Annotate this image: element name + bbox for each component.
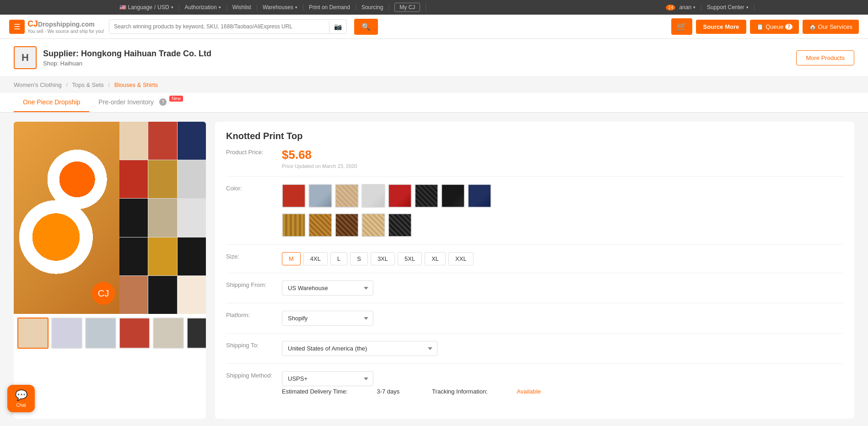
search-button[interactable]: 🔍 bbox=[354, 19, 378, 35]
product-image-mockup: CJ bbox=[14, 122, 206, 314]
search-input[interactable] bbox=[109, 20, 329, 33]
color-swatch-5[interactable] bbox=[388, 184, 412, 208]
tracking-value: Available bbox=[517, 388, 541, 395]
breadcrumb-item-womens-clothing[interactable]: Women's Clothing bbox=[14, 81, 62, 88]
size-btn-XXL[interactable]: XXL bbox=[448, 252, 474, 265]
size-btn-5XL[interactable]: 5XL bbox=[398, 252, 422, 265]
thumbnail-2[interactable] bbox=[51, 318, 82, 349]
language-selector[interactable]: 🇺🇸 Language / USD ▾ bbox=[114, 4, 179, 11]
thumbnail-3[interactable] bbox=[85, 318, 116, 349]
print-on-demand-link[interactable]: Print on Demand bbox=[303, 4, 356, 11]
source-more-button[interactable]: Source More bbox=[696, 20, 747, 34]
tab-one-piece-dropship[interactable]: One Piece Dropship bbox=[14, 93, 89, 112]
logo-domain: Dropshipping.com bbox=[38, 21, 95, 28]
chevron-down-icon: ▾ bbox=[219, 5, 221, 10]
color-value bbox=[282, 184, 843, 237]
shipping-to-label: Shipping To: bbox=[226, 341, 276, 349]
currency-label: USD bbox=[157, 4, 169, 11]
color-swatch-13[interactable] bbox=[388, 213, 412, 237]
logo-text: CJDropshipping.com bbox=[27, 19, 95, 28]
size-btn-S[interactable]: S bbox=[350, 252, 368, 265]
camera-search-button[interactable]: 📷 bbox=[329, 20, 346, 33]
chevron-down-icon: ▾ bbox=[693, 5, 695, 10]
services-label: Our Services bbox=[818, 23, 852, 30]
tracking-label: Tracking Information: bbox=[432, 388, 488, 395]
supplier-name: Supplier: Hongkong Haihuan Trade Co. Ltd bbox=[43, 49, 211, 59]
grid-thumb bbox=[178, 237, 206, 275]
thumbnail-6[interactable] bbox=[187, 318, 206, 349]
color-swatch-4[interactable] bbox=[361, 184, 385, 208]
logo-tagline: You sell - We source and ship for you! bbox=[27, 29, 104, 34]
flag-icon: 🇺🇸 bbox=[119, 4, 126, 11]
header-actions: 🛒 Source More 📋 Queue 7 🏠 Our Services bbox=[671, 18, 859, 35]
size-label: Size: bbox=[226, 252, 276, 260]
grid-thumb bbox=[148, 237, 177, 275]
price-value-area: $5.68 Price Updated on March 23, 2020 bbox=[282, 148, 843, 169]
hamburger-menu-button[interactable]: ☰ bbox=[9, 20, 25, 34]
color-swatch-3[interactable] bbox=[335, 184, 359, 208]
grid-thumb bbox=[178, 122, 206, 160]
color-label: Color: bbox=[226, 184, 276, 192]
platform-select[interactable]: Shopify WooCommerce eBay bbox=[282, 311, 373, 326]
chat-widget[interactable]: 💬 Chat bbox=[7, 385, 35, 412]
shipping-from-value: US Warehouse CN Warehouse bbox=[282, 280, 843, 296]
tab-pre-order-inventory[interactable]: Pre-order Inventory New ? bbox=[89, 93, 181, 112]
delivery-time-label: Estimated Delivery Time: bbox=[282, 388, 348, 395]
more-products-button[interactable]: More Products bbox=[796, 50, 854, 65]
size-btn-4XL[interactable]: 4XL bbox=[303, 252, 328, 265]
support-center-link[interactable]: Support Center ▾ bbox=[701, 4, 754, 11]
color-swatch-1[interactable] bbox=[282, 184, 306, 208]
queue-button[interactable]: 📋 Queue 7 bbox=[750, 20, 799, 34]
delivery-time-value: 3-7 days bbox=[377, 388, 399, 395]
size-btn-M[interactable]: M bbox=[282, 252, 301, 265]
grid-thumb bbox=[119, 199, 148, 237]
mycj-button[interactable]: My CJ bbox=[389, 3, 426, 12]
color-swatch-8[interactable] bbox=[468, 184, 491, 208]
cart-button[interactable]: 🛒 bbox=[671, 18, 692, 35]
supplier-avatar: H bbox=[14, 46, 37, 69]
top-navigation: 🇺🇸 Language / USD ▾ Authorization ▾ Wish… bbox=[0, 0, 868, 15]
help-icon[interactable]: ? bbox=[159, 98, 167, 106]
color-swatch-2[interactable] bbox=[308, 184, 332, 208]
authorization-menu[interactable]: Authorization ▾ bbox=[179, 4, 227, 11]
chat-label: Chat bbox=[16, 403, 26, 408]
color-swatch-12[interactable] bbox=[361, 213, 385, 237]
breadcrumb-item-tops-sets[interactable]: Tops & Sets bbox=[72, 81, 104, 88]
warehouses-menu[interactable]: Warehouses ▾ bbox=[257, 4, 303, 11]
logo-area: ☰ CJDropshipping.com You sell - We sourc… bbox=[9, 19, 104, 34]
thumbnail-1[interactable] bbox=[17, 318, 49, 349]
shipping-from-select[interactable]: US Warehouse CN Warehouse bbox=[282, 280, 373, 296]
language-label: Language bbox=[128, 4, 152, 11]
size-btn-3XL[interactable]: 3XL bbox=[371, 252, 395, 265]
mycj-btn[interactable]: My CJ bbox=[394, 3, 420, 12]
sourcing-label: Sourcing bbox=[361, 4, 383, 11]
color-swatches bbox=[282, 184, 843, 237]
supplier-info: H Supplier: Hongkong Haihuan Trade Co. L… bbox=[14, 46, 211, 69]
queue-count-badge: 7 bbox=[785, 24, 793, 30]
size-btn-L[interactable]: L bbox=[330, 252, 347, 265]
shipping-method-select[interactable]: USPS+ ePacket CJPacket bbox=[282, 371, 373, 386]
grid-thumb bbox=[178, 276, 206, 314]
notifications[interactable]: 14 anan ▾ bbox=[660, 4, 701, 11]
color-swatch-11[interactable] bbox=[335, 213, 359, 237]
color-swatch-6[interactable] bbox=[415, 184, 438, 208]
supplier-text: Supplier: Hongkong Haihuan Trade Co. Ltd… bbox=[43, 49, 211, 67]
wishlist-link[interactable]: Wishlist bbox=[227, 4, 257, 11]
size-row: Size: M 4XL L S 3XL 5XL XL XXL bbox=[226, 252, 843, 273]
color-swatch-10[interactable] bbox=[308, 213, 332, 237]
size-btn-XL[interactable]: XL bbox=[425, 252, 446, 265]
logo: CJDropshipping.com You sell - We source … bbox=[27, 19, 104, 34]
product-title: Knotted Print Top bbox=[226, 131, 843, 141]
chevron-down-icon: ▾ bbox=[171, 5, 173, 10]
sourcing-link[interactable]: Sourcing bbox=[356, 4, 389, 11]
thumbnail-4[interactable] bbox=[119, 318, 150, 349]
color-swatch-9[interactable] bbox=[282, 213, 306, 237]
shipping-to-select[interactable]: United States of America (the) United Ki… bbox=[282, 341, 437, 356]
our-services-button[interactable]: 🏠 Our Services bbox=[803, 20, 859, 34]
price-value: $5.68 bbox=[282, 148, 843, 162]
color-row: Color: bbox=[226, 184, 843, 245]
breadcrumb: Women's Clothing / Tops & Sets / Blouses… bbox=[0, 77, 868, 93]
thumbnail-5[interactable] bbox=[153, 318, 184, 349]
color-swatch-7[interactable] bbox=[441, 184, 465, 208]
platform-value: Shopify WooCommerce eBay bbox=[282, 311, 843, 326]
